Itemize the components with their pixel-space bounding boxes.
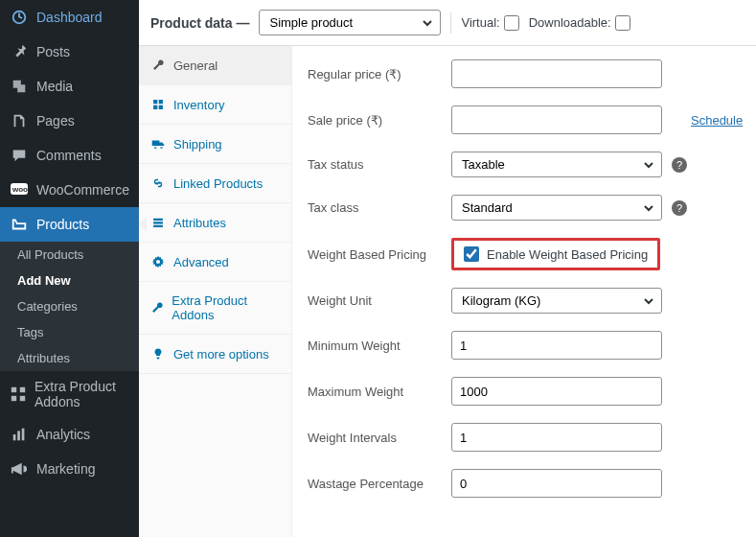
inventory-icon bbox=[150, 97, 166, 112]
schedule-link[interactable]: Schedule bbox=[691, 113, 743, 128]
sidebar-item-products[interactable]: Products bbox=[0, 207, 139, 242]
tab-general[interactable]: General bbox=[139, 46, 291, 85]
tab-extra-addons[interactable]: Extra Product Addons bbox=[139, 282, 291, 335]
tab-shipping[interactable]: Shipping bbox=[139, 125, 291, 164]
dashboard-icon bbox=[10, 8, 29, 27]
sidebar-label: Extra Product Addons bbox=[34, 379, 129, 409]
svg-rect-3 bbox=[20, 387, 25, 392]
submenu-attributes[interactable]: Attributes bbox=[0, 345, 139, 371]
field-weight-intervals: Weight Intervals bbox=[308, 423, 743, 452]
sidebar-item-extra-addons[interactable]: Extra Product Addons bbox=[0, 371, 139, 417]
product-type-wrap: Simple product bbox=[259, 10, 441, 35]
woo-icon: woo bbox=[10, 180, 29, 199]
field-min-weight: Minimum Weight bbox=[308, 331, 743, 360]
product-type-select[interactable]: Simple product bbox=[259, 10, 441, 35]
sidebar-item-marketing[interactable]: Marketing bbox=[0, 452, 139, 486]
sidebar-item-media[interactable]: Media bbox=[0, 69, 139, 104]
field-regular-price: Regular price (₹) bbox=[308, 59, 743, 88]
downloadable-label: Downloadable: bbox=[529, 15, 611, 30]
lightbulb-icon bbox=[150, 346, 166, 362]
weight-unit-select[interactable]: Kilogram (KG) bbox=[451, 288, 662, 314]
submenu-categories[interactable]: Categories bbox=[0, 293, 139, 319]
max-weight-label: Maximum Weight bbox=[308, 385, 451, 399]
virtual-toggle[interactable]: Virtual: bbox=[461, 15, 518, 31]
tax-class-label: Tax class bbox=[308, 200, 451, 215]
downloadable-toggle[interactable]: Downloadable: bbox=[529, 15, 630, 31]
svg-rect-5 bbox=[20, 396, 25, 401]
divider bbox=[450, 12, 451, 34]
svg-rect-6 bbox=[13, 434, 16, 440]
megaphone-icon bbox=[10, 459, 29, 479]
tab-label: Advanced bbox=[173, 255, 229, 269]
app-root: Dashboard Posts Media Pages Comments bbox=[0, 0, 756, 537]
help-icon[interactable]: ? bbox=[672, 200, 687, 216]
weight-unit-label: Weight Unit bbox=[308, 293, 451, 308]
attributes-icon bbox=[150, 215, 166, 230]
wrench-icon bbox=[150, 58, 166, 73]
intervals-label: Weight Intervals bbox=[308, 431, 451, 445]
svg-rect-4 bbox=[11, 396, 16, 401]
downloadable-checkbox[interactable] bbox=[615, 15, 630, 31]
svg-rect-2 bbox=[11, 387, 16, 392]
tab-attributes[interactable]: Attributes bbox=[139, 203, 291, 243]
panel-header: Product data — Simple product Virtual: D… bbox=[139, 0, 756, 46]
gear-icon bbox=[150, 254, 166, 269]
media-icon bbox=[10, 77, 29, 96]
tax-status-select[interactable]: Taxable bbox=[451, 152, 662, 177]
sidebar-item-comments[interactable]: Comments bbox=[0, 138, 139, 173]
sidebar-label: Posts bbox=[36, 44, 70, 59]
sidebar-label: Marketing bbox=[36, 461, 95, 477]
sidebar-item-analytics[interactable]: Analytics bbox=[0, 417, 139, 452]
submenu-add-new[interactable]: Add New bbox=[0, 268, 139, 293]
wastage-input[interactable] bbox=[451, 469, 662, 498]
product-tabs: General Inventory Shipping bbox=[139, 46, 292, 537]
svg-rect-7 bbox=[17, 431, 20, 440]
sidebar-item-pages[interactable]: Pages bbox=[0, 104, 139, 138]
tab-label: Get more options bbox=[173, 347, 269, 362]
admin-sidebar: Dashboard Posts Media Pages Comments bbox=[0, 0, 139, 537]
tab-advanced[interactable]: Advanced bbox=[139, 243, 291, 282]
pages-icon bbox=[10, 111, 29, 130]
products-icon bbox=[10, 215, 29, 234]
tab-more-options[interactable]: Get more options bbox=[139, 335, 291, 374]
sidebar-label: Products bbox=[36, 217, 89, 232]
sidebar-item-dashboard[interactable]: Dashboard bbox=[0, 0, 139, 35]
wbp-checkbox[interactable] bbox=[464, 246, 479, 262]
submenu-all-products[interactable]: All Products bbox=[0, 242, 139, 268]
link-icon bbox=[150, 175, 166, 191]
tab-label: Linked Products bbox=[173, 176, 263, 191]
tab-label: Inventory bbox=[173, 98, 224, 112]
regular-price-label: Regular price (₹) bbox=[308, 67, 451, 82]
tax-status-label: Tax status bbox=[308, 157, 451, 172]
help-icon[interactable]: ? bbox=[672, 157, 687, 173]
sale-price-input[interactable] bbox=[451, 105, 662, 134]
max-weight-input[interactable] bbox=[451, 377, 662, 406]
field-weight-based-pricing: Weight Based Pricing Enable Weight Based… bbox=[308, 238, 743, 270]
field-weight-unit: Weight Unit Kilogram (KG) bbox=[308, 288, 743, 314]
tab-inventory[interactable]: Inventory bbox=[139, 85, 291, 125]
truck-icon bbox=[150, 136, 166, 152]
field-wastage: Wastage Percentage bbox=[308, 469, 743, 498]
virtual-label: Virtual: bbox=[461, 15, 499, 30]
submenu-tags[interactable]: Tags bbox=[0, 319, 139, 345]
wbp-label: Weight Based Pricing bbox=[308, 247, 451, 262]
sidebar-label: WooCommerce bbox=[36, 182, 129, 198]
min-weight-input[interactable] bbox=[451, 331, 662, 360]
intervals-input[interactable] bbox=[451, 423, 662, 452]
pin-icon bbox=[10, 42, 29, 61]
virtual-checkbox[interactable] bbox=[504, 15, 519, 31]
regular-price-input[interactable] bbox=[451, 59, 662, 88]
svg-rect-8 bbox=[22, 429, 25, 441]
tab-linked[interactable]: Linked Products bbox=[139, 164, 291, 203]
panel-body: General Inventory Shipping bbox=[139, 46, 756, 537]
sidebar-item-woocommerce[interactable]: woo WooCommerce bbox=[0, 173, 139, 207]
svg-text:woo: woo bbox=[11, 185, 28, 194]
sidebar-label: Analytics bbox=[36, 427, 90, 442]
tax-class-select[interactable]: Standard bbox=[451, 195, 662, 221]
sidebar-item-posts[interactable]: Posts bbox=[0, 35, 139, 69]
sale-price-label: Sale price (₹) bbox=[308, 113, 451, 128]
wrench-icon bbox=[150, 300, 164, 315]
products-submenu: All Products Add New Categories Tags Att… bbox=[0, 242, 139, 371]
analytics-icon bbox=[10, 425, 29, 444]
field-tax-status: Tax status Taxable ? bbox=[308, 152, 743, 177]
